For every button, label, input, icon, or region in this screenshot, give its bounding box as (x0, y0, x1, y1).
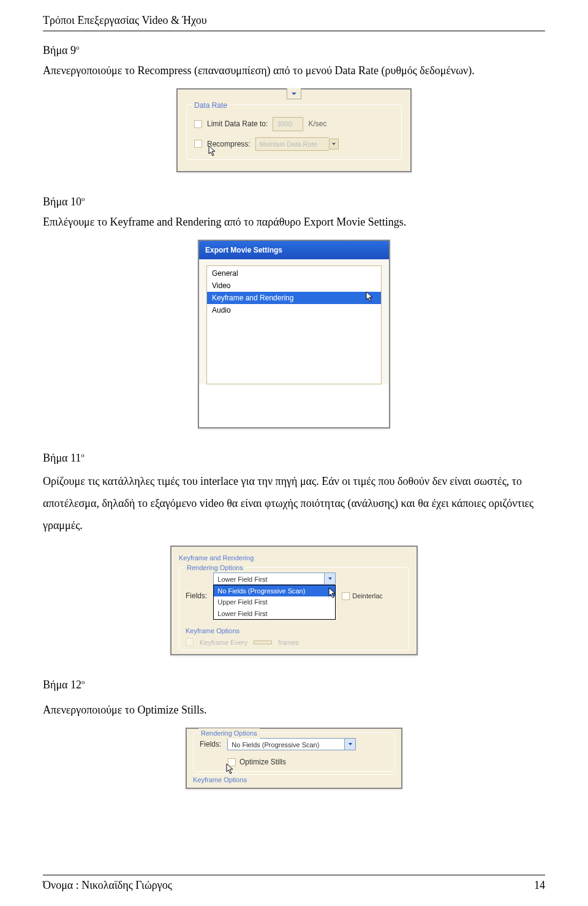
step11-desc: Ορίζουμε τις κατάλληλες τιμές του interl… (43, 470, 545, 536)
keyframe-every-row: Keyframe Every frames (186, 638, 402, 648)
footer-page: 14 (534, 877, 545, 894)
optimize-stills-label: Optimize Stills (239, 756, 286, 767)
deinterlace-option[interactable]: Deinterlac (342, 591, 383, 601)
step10-heading: Βήμα 10ο (43, 194, 545, 210)
fields-combobox2[interactable]: No Fields (Progressive Scan) (227, 738, 356, 750)
step12-label: Βήμα 12 (43, 679, 81, 691)
figure1-wrap: Data Rate Limit Data Rate to: 3500 K/sec… (43, 88, 545, 172)
rendering-options-legend: Rendering Options (184, 563, 246, 573)
page-header: Τρόποι Επεξεργασίας Video & Ήχου (43, 12, 545, 31)
list-item-general[interactable]: General (207, 267, 381, 280)
limit-row: Limit Data Rate to: 3500 K/sec (194, 117, 394, 131)
recompress-value: Maintain Data Rate (255, 137, 329, 151)
step10-desc: Επιλέγουμε το Keyframe and Rendering από… (43, 214, 545, 230)
keyframe-options-label: Keyframe Options (186, 626, 402, 636)
rendering-options-panel2: Rendering Options Fields: No Fields (Pro… (187, 729, 401, 788)
step11-sup: ο (81, 451, 85, 459)
kf-frames-label: frames (278, 638, 299, 648)
data-rate-legend: Data Rate (192, 100, 230, 111)
option-upper-field[interactable]: Upper Field First (214, 596, 335, 608)
fields-row: Fields: Lower Field First No Fields (Pro… (186, 573, 402, 620)
deinterlace-checkbox[interactable] (342, 592, 350, 600)
limit-label: Limit Data Rate to: (207, 118, 268, 129)
footer-author: Όνομα : Νικολαϊδης Γιώργος (43, 877, 172, 894)
figure3-wrap: Keyframe and Rendering Rendering Options… (43, 546, 545, 655)
cursor-icon (365, 291, 375, 306)
deinterlace-label: Deinterlac (352, 591, 383, 601)
fields-value2: No Fields (Progressive Scan) (228, 739, 344, 750)
export-settings-window: Export Movie Settings General Video Keyf… (199, 241, 389, 384)
kf-every-label: Keyframe Every (200, 638, 247, 648)
kf-every-value[interactable] (254, 641, 272, 644)
figure4-wrap: Rendering Options Fields: No Fields (Pro… (43, 728, 545, 789)
fields-label2: Fields: (200, 739, 221, 750)
step9-sup: ο (76, 44, 80, 51)
fields-row2: Fields: No Fields (Progressive Scan) (200, 738, 388, 750)
rendering-options-group: Rendering Options Fields: Lower Field Fi… (179, 567, 409, 651)
fields-combobox[interactable]: Lower Field First (213, 573, 336, 585)
step10-sup: ο (81, 195, 85, 202)
chevron-down-icon (344, 739, 355, 750)
limit-unit: K/sec (308, 118, 326, 129)
step12-desc: Απενεργοποιούμε το Optimize Stills. (43, 702, 545, 718)
cursor-icon (208, 145, 217, 157)
list-item-keyframe-label: Keyframe and Rendering (212, 294, 293, 302)
figure2-wrap: Export Movie Settings General Video Keyf… (43, 240, 545, 428)
rendering-options-group2: Rendering Options Fields: No Fields (Pro… (193, 733, 395, 772)
chevron-down-icon (324, 573, 335, 584)
rendering-options-legend2: Rendering Options (198, 728, 260, 739)
page-footer: Όνομα : Νικολαϊδης Γιώργος 14 (43, 875, 545, 894)
dropdown-tab-icon (287, 88, 301, 99)
fields-value: Lower Field First (214, 573, 324, 584)
limit-checkbox[interactable] (194, 120, 202, 128)
step9-desc: Απενεργοποιούμε το Recompress (επανασυμπ… (43, 63, 545, 79)
step12-sup: ο (81, 678, 85, 685)
recompress-row: Recompress: Maintain Data Rate (194, 137, 394, 151)
limit-value-field[interactable]: 3500 (273, 117, 303, 131)
keyframe-options-label2: Keyframe Options (193, 774, 395, 785)
list-item-audio[interactable]: Audio (207, 304, 381, 316)
kf-every-checkbox[interactable] (186, 638, 194, 646)
optimize-stills-row: Optimize Stills (228, 756, 388, 767)
chevron-down-icon (329, 139, 339, 150)
cursor-icon (225, 763, 235, 778)
export-title: Export Movie Settings (205, 245, 282, 256)
settings-list: General Video Keyframe and Rendering Aud… (206, 265, 382, 384)
step11-label: Βήμα 11 (43, 452, 81, 464)
export-titlebar: Export Movie Settings (199, 241, 389, 259)
recompress-checkbox[interactable] (194, 140, 202, 148)
list-item-keyframe-rendering[interactable]: Keyframe and Rendering (207, 292, 381, 304)
step9-label: Βήμα 9 (43, 44, 76, 56)
header-title: Τρόποι Επεξεργασίας Video & Ήχου (43, 14, 207, 26)
figure3: Keyframe and Rendering Rendering Options… (170, 546, 418, 655)
option-no-fields[interactable]: No Fields (Progressive Scan) (214, 585, 335, 597)
data-rate-group: Data Rate Limit Data Rate to: 3500 K/sec… (186, 104, 402, 160)
step10-label: Βήμα 10 (43, 196, 81, 208)
keyframe-rendering-panel: Keyframe and Rendering Rendering Options… (172, 547, 417, 654)
step11-heading: Βήμα 11ο (43, 450, 545, 466)
cursor-icon (328, 587, 337, 602)
fields-dropdown-list: No Fields (Progressive Scan) Upper Field… (213, 585, 336, 620)
panel3-label: Keyframe and Rendering (179, 553, 409, 563)
step9-heading: Βήμα 9ο (43, 42, 545, 59)
option-lower-field[interactable]: Lower Field First (214, 608, 335, 620)
figure4: Rendering Options Fields: No Fields (Pro… (186, 728, 402, 789)
step12-heading: Βήμα 12ο (43, 677, 545, 693)
figure1: Data Rate Limit Data Rate to: 3500 K/sec… (176, 88, 412, 172)
data-rate-panel: Data Rate Limit Data Rate to: 3500 K/sec… (178, 89, 410, 171)
recompress-select[interactable]: Maintain Data Rate (255, 137, 339, 151)
list-item-video[interactable]: Video (207, 280, 381, 292)
fields-label: Fields: (186, 590, 207, 601)
figure2: Export Movie Settings General Video Keyf… (198, 240, 390, 428)
